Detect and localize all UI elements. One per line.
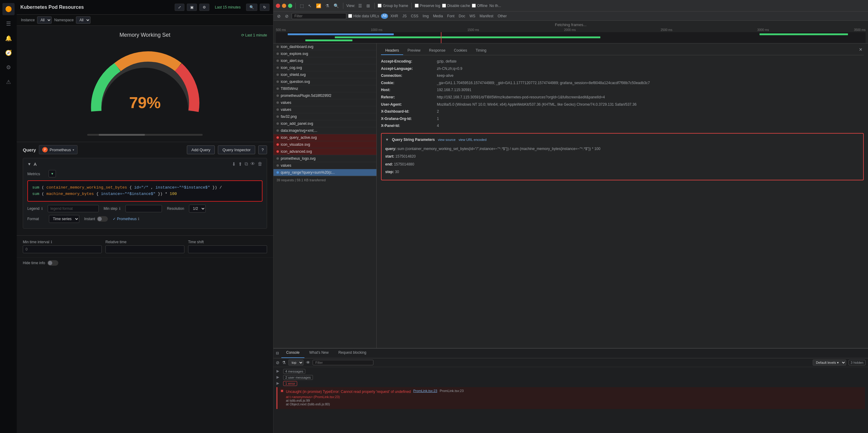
copy-icon[interactable]: ⧉ — [245, 161, 248, 167]
help-button[interactable]: ? — [258, 145, 267, 154]
active-request-item[interactable]: query_range?query=sum%20(c... — [273, 169, 376, 176]
filter-font[interactable]: Font — [445, 13, 456, 19]
collapse-icon[interactable]: ▼ — [27, 162, 31, 166]
list-item[interactable]: prometheusPlugin.5d18f0295f2 — [273, 92, 376, 99]
devtools-elements-icon[interactable]: ⬚ — [299, 3, 305, 9]
gauge-scrollbar[interactable] — [87, 134, 203, 136]
sidebar-icon-explore[interactable]: 🧭 — [2, 47, 14, 59]
list-item[interactable]: values — [273, 106, 376, 113]
list-item[interactable]: fav32.png — [273, 113, 376, 120]
list-item[interactable]: icon_question.svg — [273, 78, 376, 85]
tv-button[interactable]: ▣ — [187, 4, 197, 11]
filter-all[interactable]: All — [381, 13, 388, 19]
expand-icon[interactable]: ▶ — [276, 381, 281, 385]
min-time-info-icon[interactable]: ℹ — [51, 240, 52, 244]
close-details-icon[interactable]: ✕ — [858, 46, 864, 55]
disable-cache-label[interactable]: Disable cache — [442, 4, 470, 8]
hide-data-urls-checkbox[interactable] — [348, 14, 352, 18]
tab-headers[interactable]: Headers — [381, 46, 403, 55]
devtools-network-icon[interactable]: 📶 — [315, 3, 322, 9]
level-select[interactable]: Default levels ▾ — [813, 360, 846, 366]
view-grid-icon[interactable]: ⊞ — [365, 3, 371, 9]
filter-ws[interactable]: WS — [468, 13, 477, 19]
datasource-selector[interactable]: P Prometheus ▾ — [39, 145, 78, 154]
upload-icon[interactable]: ⬆ — [238, 161, 242, 167]
minimize-circle[interactable] — [282, 4, 286, 8]
stop-icon[interactable]: ⊘ — [284, 13, 290, 19]
top-frame-select[interactable]: top — [288, 360, 304, 366]
namespace-select[interactable]: All — [76, 16, 91, 24]
time-shift-input[interactable]: 1h — [188, 245, 267, 253]
offline-label[interactable]: Offline — [472, 4, 487, 8]
add-query-button[interactable]: Add Query — [187, 145, 215, 154]
legend-input[interactable] — [48, 205, 99, 212]
expand-icon[interactable]: ▶ — [276, 375, 281, 379]
expand-button[interactable]: ⤢ — [175, 4, 184, 11]
console-tab-whatsnew[interactable]: What's New — [304, 348, 334, 358]
filter-js[interactable]: JS — [400, 13, 408, 19]
resolution-select[interactable]: 1/2 — [189, 205, 206, 212]
filter-manifest[interactable]: Manifest — [478, 13, 495, 19]
metrics-dropdown[interactable]: ▾ — [49, 170, 56, 177]
filter-doc[interactable]: Doc — [457, 13, 467, 19]
filter-css[interactable]: CSS — [409, 13, 420, 19]
qsp-view-source[interactable]: view source — [438, 137, 456, 143]
query-inspector-button[interactable]: Query Inspector — [218, 145, 255, 154]
min-step-info-icon[interactable]: ℹ — [119, 206, 121, 211]
settings-button[interactable]: ⚙ — [199, 4, 209, 11]
list-item[interactable]: icon_add_panel.svg — [273, 120, 376, 127]
code-editor[interactable]: sum ( container_memory_working_set_bytes… — [27, 180, 262, 202]
eye-console-icon[interactable]: 👁 — [306, 360, 310, 365]
tab-response[interactable]: Response — [425, 46, 450, 55]
clear-console-icon[interactable]: ⊘ — [276, 360, 280, 365]
time-range-button[interactable]: Last 15 minutes — [212, 4, 244, 11]
preserve-log-label[interactable]: Preserve log — [415, 4, 440, 8]
close-circle[interactable] — [276, 4, 280, 8]
sidebar-icon-alert[interactable]: 🔔 — [2, 32, 14, 44]
relative-time-input[interactable]: 1m — [105, 245, 184, 253]
tab-preview[interactable]: Preview — [403, 46, 425, 55]
qsp-collapse-icon[interactable]: ▼ — [385, 137, 389, 143]
list-item[interactable]: values — [273, 99, 376, 106]
view-list-icon[interactable]: ☰ — [357, 3, 363, 9]
list-item[interactable]: icon_alert.svg — [273, 57, 376, 64]
legend-info-icon[interactable]: ℹ — [41, 206, 43, 211]
group-by-frame-label[interactable]: Group by frame — [378, 4, 408, 8]
devtools-search-icon[interactable]: 🔍 — [332, 3, 340, 9]
list-item[interactable]: icon_explore.svg — [273, 51, 376, 57]
promlink-ref[interactable]: PromLink.tsx:23 — [413, 389, 437, 393]
filter-input[interactable] — [292, 13, 346, 19]
sidebar-icon-settings[interactable]: ⚙ — [2, 61, 14, 73]
gauge-time-link[interactable]: ⟳ Last 1 minute — [241, 33, 267, 37]
prometheus-info-icon[interactable]: ℹ — [138, 217, 140, 221]
hide-time-toggle[interactable] — [48, 260, 58, 266]
offline-checkbox[interactable] — [472, 4, 476, 8]
devtools-pointer-icon[interactable]: ↖ — [307, 3, 313, 9]
console-filter-input[interactable] — [313, 360, 373, 365]
group-by-frame-checkbox[interactable] — [378, 4, 381, 8]
devtools-filter-icon[interactable]: ⚗ — [324, 3, 331, 9]
list-item[interactable]: values — [273, 162, 376, 169]
sidebar-icon-menu[interactable]: ☰ — [2, 18, 14, 30]
format-select[interactable]: Time series — [49, 215, 79, 223]
list-item[interactable]: icon_dashboard.svg — [273, 43, 376, 51]
list-item[interactable]: icon_cog.svg — [273, 64, 376, 71]
console-tab-blocking[interactable]: Request blocking — [334, 348, 371, 358]
min-time-input[interactable] — [23, 245, 102, 253]
list-item[interactable]: icon_visualize.svg — [273, 141, 376, 148]
disable-cache-checkbox[interactable] — [442, 4, 446, 8]
expand-icon[interactable]: ▶ — [276, 369, 281, 373]
maximize-circle[interactable] — [288, 4, 292, 8]
tab-timing[interactable]: Timing — [471, 46, 491, 55]
download-icon[interactable]: ⬇ — [232, 161, 236, 167]
search-button[interactable]: 🔍 — [246, 4, 257, 11]
delete-icon[interactable]: 🗑 — [258, 161, 262, 167]
sidebar-icon-warning[interactable]: ⚠ — [2, 76, 14, 88]
list-item[interactable]: data:image/svg+xml;... — [273, 127, 376, 134]
filter-xhr[interactable]: XHR — [389, 13, 400, 19]
list-item[interactable]: Tl8II5Wmz — [273, 85, 376, 92]
console-dock-icon[interactable]: ⊟ — [273, 348, 281, 358]
min-step-input[interactable] — [125, 205, 162, 212]
filter-media[interactable]: Media — [431, 13, 445, 19]
eye-icon[interactable]: 👁 — [250, 161, 255, 167]
